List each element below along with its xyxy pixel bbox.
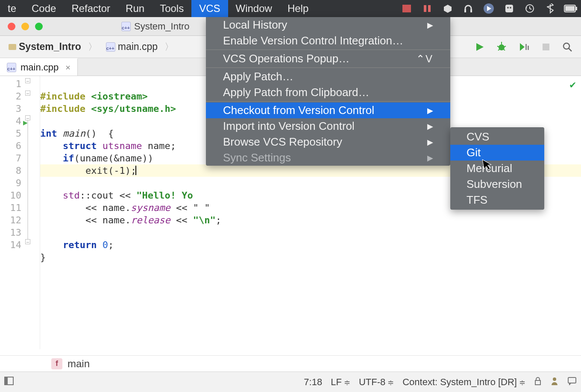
fold-toggle[interactable]: – (25, 239, 30, 244)
line-number: 11 (0, 202, 21, 214)
menu-item-vcs[interactable]: VCS (191, 0, 228, 17)
menu-item[interactable]: te (0, 0, 24, 17)
tool-window-toggle[interactable] (4, 377, 14, 388)
line-separator[interactable]: LF (331, 377, 350, 388)
submenu-subversion[interactable]: Subversion (450, 176, 544, 192)
fastforward-icon[interactable] (478, 0, 499, 17)
menu-item[interactable]: Help (280, 0, 316, 17)
menu-enable-vcs-integration[interactable]: Enable Version Control Integration… (206, 33, 450, 49)
coverage-button[interactable] (519, 42, 530, 52)
code-token: (&name)) (108, 153, 153, 164)
vcs-menu: Local History▶ Enable Version Control In… (206, 17, 450, 166)
line-number: 13 (0, 226, 21, 239)
menu-item[interactable]: Code (24, 0, 64, 17)
function-icon: f (51, 358, 62, 369)
menu-label: Sync Settings (223, 151, 291, 164)
breadcrumb-file[interactable]: c++ main.cpp 〉 (102, 39, 178, 55)
code-token: main (63, 128, 85, 139)
battery-icon[interactable] (560, 0, 581, 17)
fold-toggle[interactable]: – (25, 115, 30, 120)
notifications-icon[interactable] (567, 377, 577, 388)
menu-apply-patch-clipboard[interactable]: Apply Patch from Clipboard… (206, 85, 450, 100)
inspection-profile-icon[interactable] (550, 377, 559, 388)
run-button[interactable] (475, 42, 484, 52)
svg-rect-24 (525, 44, 527, 50)
line-number: 1 (0, 78, 21, 90)
svg-rect-1 (402, 5, 411, 7)
caret-position[interactable]: 7:18 (304, 377, 322, 388)
code-token: ; (108, 240, 114, 250)
menu-item[interactable]: Tools (152, 0, 191, 17)
editor-tab-main[interactable]: c++ main.cpp × (0, 58, 78, 76)
code-token: name. (103, 215, 131, 225)
finder-icon[interactable] (499, 0, 519, 17)
menu-sync-settings: Sync Settings▶ (206, 150, 450, 166)
fold-toggle[interactable]: – (25, 78, 30, 83)
submenu-tfs[interactable]: TFS (450, 192, 544, 208)
debug-button[interactable] (496, 42, 507, 52)
mac-tray (396, 0, 581, 17)
code-token: utsname (103, 140, 148, 151)
menu-item[interactable]: Run (118, 0, 152, 17)
submenu-cvs[interactable]: CVS (450, 129, 544, 145)
submenu-arrow-icon: ▶ (427, 122, 433, 131)
code-token: #include (40, 103, 91, 114)
menu-label: Enable Version Control Integration… (223, 34, 403, 47)
menu-import-into-vcs[interactable]: Import into Version Control▶ (206, 118, 450, 134)
menu-label: Local History (223, 18, 287, 32)
editor-tab-label: main.cpp (21, 62, 59, 73)
close-tab-button[interactable]: × (65, 63, 70, 73)
code-token: () { (85, 128, 114, 139)
menu-checkout-from-vcs[interactable]: Checkout from Version Control▶ (206, 102, 450, 118)
bluetooth-icon[interactable] (540, 0, 560, 17)
search-button[interactable] (562, 42, 572, 52)
svg-line-20 (504, 46, 506, 47)
svg-rect-6 (470, 9, 472, 12)
zoom-window-button[interactable] (35, 23, 43, 30)
svg-line-19 (497, 46, 499, 47)
menu-item[interactable]: Refactor (64, 0, 118, 17)
run-context[interactable]: Context: System_Intro [DR] (402, 377, 525, 388)
svg-marker-23 (520, 43, 525, 51)
svg-rect-14 (576, 7, 577, 10)
file-encoding[interactable]: UTF-8 (359, 377, 394, 388)
menu-vcs-operations-popup[interactable]: VCS Operations Popup…⌃V (206, 51, 450, 67)
cube-icon[interactable] (437, 0, 458, 17)
code-token: "Hello! Yo (136, 190, 193, 201)
close-window-button[interactable] (8, 23, 15, 30)
menu-label: Apply Patch from Clipboard… (223, 86, 369, 99)
svg-point-32 (553, 377, 556, 381)
line-number: 7 (0, 152, 21, 164)
window-title-text: System_Intro (134, 21, 190, 32)
svg-marker-16 (476, 43, 484, 51)
fold-toggle[interactable]: – (25, 91, 30, 96)
mac-menubar: te Code Refactor Run Tools VCS Window He… (0, 0, 581, 17)
code-token: << (85, 202, 103, 213)
fold-guide (27, 120, 28, 240)
readonly-toggle-icon[interactable] (534, 377, 542, 388)
code-token: ( (74, 153, 79, 164)
breadcrumb-project[interactable]: System_Intro 〉 (4, 39, 102, 55)
line-number: 12 (0, 214, 21, 226)
minimize-window-button[interactable] (21, 23, 29, 30)
svg-rect-2 (424, 5, 426, 12)
submenu-git[interactable]: Git (450, 145, 544, 161)
submenu-arrow-icon: ▶ (427, 153, 433, 163)
menu-item[interactable]: Window (228, 0, 280, 17)
pause-record-icon[interactable] (417, 0, 437, 17)
code-token: 0 (103, 240, 108, 250)
run-actions (475, 42, 577, 52)
headphones-icon[interactable] (458, 0, 478, 17)
clapper-icon[interactable] (396, 0, 417, 17)
menu-apply-patch[interactable]: Apply Patch… (206, 69, 450, 85)
menu-browse-vcs-repo[interactable]: Browse VCS Repository▶ (206, 134, 450, 150)
history-icon[interactable] (519, 0, 540, 17)
stop-button[interactable] (542, 43, 550, 51)
code-token: "\n" (193, 215, 216, 225)
submenu-mercurial[interactable]: Mercurial (450, 161, 544, 176)
code-token: release (131, 215, 176, 225)
code-token: exit (85, 165, 108, 176)
menu-local-history[interactable]: Local History▶ (206, 17, 450, 33)
context-crumb-label[interactable]: main (67, 358, 90, 370)
chevron-right-icon: 〉 (88, 41, 97, 53)
